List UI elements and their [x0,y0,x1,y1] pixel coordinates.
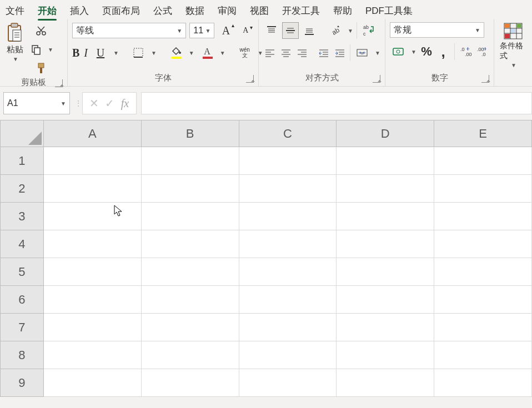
accounting-format-button[interactable] [390,43,406,60]
copy-button[interactable] [29,42,43,57]
cell[interactable] [141,286,239,314]
cell[interactable] [43,314,141,341]
decrease-decimal-button[interactable]: .00.0 [476,43,489,60]
cell[interactable] [434,147,532,175]
column-header[interactable]: C [239,120,337,147]
cell[interactable] [141,147,239,175]
menu-tab-0[interactable]: 文件 [6,3,24,18]
cell[interactable] [434,175,532,203]
conditional-format-dropdown-icon[interactable]: ▼ [510,62,516,68]
column-header[interactable]: A [43,120,141,147]
cancel-formula-button[interactable]: ✕ [86,97,102,110]
wrap-text-button[interactable]: abc [360,22,377,39]
comma-button[interactable]: , [436,43,450,60]
underline-button[interactable]: U [92,44,109,61]
cell[interactable] [239,314,337,341]
cut-button[interactable] [34,23,48,38]
menu-tab-5[interactable]: 数据 [185,3,204,18]
italic-button[interactable]: I [84,44,88,61]
accounting-dropdown-icon[interactable]: ▼ [410,49,416,55]
cell[interactable] [337,286,434,314]
enter-formula-button[interactable]: ✓ [102,97,117,110]
select-all-corner[interactable] [1,120,44,147]
menu-tab-3[interactable]: 页面布局 [102,3,140,18]
align-middle-button[interactable] [282,22,299,39]
cell[interactable] [434,286,532,314]
phonetic-button[interactable]: wén文 [237,44,253,61]
cell[interactable] [239,203,337,230]
copy-dropdown-icon[interactable]: ▼ [47,47,53,53]
number-format-select[interactable]: 常规▼ [390,22,484,38]
decrease-indent-button[interactable] [317,44,331,61]
cell[interactable] [337,314,434,341]
align-top-button[interactable] [263,22,280,39]
row-header[interactable]: 9 [1,369,44,397]
cell[interactable] [337,147,434,175]
row-header[interactable]: 5 [1,258,44,286]
row-header[interactable]: 4 [1,230,44,258]
menu-tab-2[interactable]: 插入 [70,3,89,18]
menu-tab-6[interactable]: 审阅 [218,3,237,18]
alignment-dialog-launcher[interactable] [373,75,380,83]
cell[interactable] [141,230,239,258]
align-left-button[interactable] [263,44,277,61]
merge-center-button[interactable]: a [354,44,370,61]
fill-color-button[interactable] [168,44,184,61]
column-header[interactable]: D [337,120,434,147]
cell[interactable] [141,314,239,341]
orientation-dropdown-icon[interactable]: ▼ [347,28,353,34]
cell[interactable] [239,286,337,314]
row-header[interactable]: 2 [1,175,44,203]
cell[interactable] [434,258,532,286]
column-header[interactable]: B [141,120,239,147]
cell[interactable] [337,230,434,258]
font-dialog-launcher[interactable] [246,75,254,83]
name-box-dropdown-icon[interactable]: ▼ [59,100,66,107]
cell[interactable] [239,147,337,175]
formula-bar[interactable] [141,92,532,114]
name-box[interactable]: A1▼ [3,92,70,114]
orientation-button[interactable]: ab [327,22,343,39]
clipboard-dialog-launcher[interactable] [55,79,63,87]
cell[interactable] [43,369,141,397]
cell[interactable] [337,341,434,369]
cell[interactable] [43,258,141,286]
align-bottom-button[interactable] [301,22,318,39]
percent-button[interactable]: % [420,43,433,60]
cell[interactable] [337,175,434,203]
align-right-button[interactable] [295,44,309,61]
cell[interactable] [239,341,337,369]
cell[interactable] [43,230,141,258]
cell[interactable] [434,230,532,258]
decrease-font-button[interactable]: A▾ [238,22,254,39]
merge-dropdown-icon[interactable]: ▼ [374,50,380,56]
cell[interactable] [43,341,141,369]
row-header[interactable]: 7 [1,314,44,341]
cell[interactable] [337,203,434,230]
cell[interactable] [141,175,239,203]
cell[interactable] [434,369,532,397]
cell[interactable] [43,147,141,175]
cell[interactable] [239,369,337,397]
cell[interactable] [43,203,141,230]
menu-tab-8[interactable]: 开发工具 [282,3,320,18]
cell[interactable] [43,175,141,203]
underline-dropdown-icon[interactable]: ▼ [112,50,119,56]
border-button[interactable] [130,44,147,61]
row-header[interactable]: 6 [1,286,44,314]
cell[interactable] [141,369,239,397]
row-header[interactable]: 1 [1,147,44,175]
row-header[interactable]: 3 [1,203,44,230]
cell[interactable] [434,203,532,230]
menu-tab-1[interactable]: 开始 [38,3,57,18]
insert-function-button[interactable]: fx [117,97,133,110]
cell[interactable] [141,203,239,230]
menu-tab-10[interactable]: PDF工具集 [365,3,413,18]
increase-decimal-button[interactable]: .0.00 [459,43,473,60]
paste-dropdown-icon[interactable]: ▼ [12,56,18,62]
font-size-select[interactable]: 11▼ [189,23,214,38]
cell[interactable] [337,369,434,397]
increase-indent-button[interactable] [333,44,347,61]
align-center-button[interactable] [279,44,293,61]
font-color-button[interactable]: A [199,44,215,61]
